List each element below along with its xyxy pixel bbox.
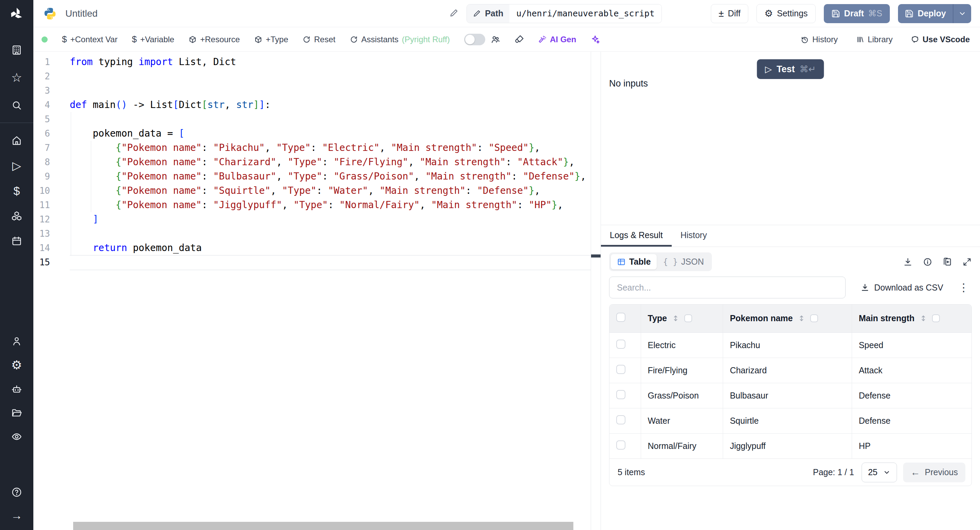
format-code-button[interactable] [514, 35, 524, 44]
row-checkbox[interactable] [616, 415, 625, 425]
table-cell: Defense [852, 408, 972, 433]
code-line[interactable] [70, 255, 591, 270]
column-option-box[interactable] [684, 314, 692, 322]
code-line[interactable]: return pokemon_data [70, 241, 591, 255]
view-table-button[interactable]: Table [611, 254, 657, 270]
sort-icon[interactable] [798, 314, 805, 322]
row-checkbox[interactable] [616, 390, 625, 399]
assistants-button[interactable]: Assistants (Pyright Ruff) [350, 35, 450, 44]
diff-button[interactable]: ± Diff [711, 4, 748, 23]
workers-robot-icon[interactable] [11, 383, 22, 395]
runs-play-icon[interactable]: ▷ [11, 160, 22, 171]
code-editor[interactable]: 123456789101112131415 from typing import… [33, 52, 591, 530]
code-line[interactable]: {"Pokemon name": "Jigglypuff", "Type": "… [70, 198, 591, 212]
home-icon[interactable] [11, 134, 22, 146]
horizontal-scrollbar[interactable] [73, 522, 573, 530]
column-header[interactable]: Type [641, 305, 723, 332]
code-line[interactable]: {"Pokemon name": "Charizard", "Type": "F… [70, 155, 591, 169]
panel-resize-handle[interactable] [591, 254, 601, 257]
use-vscode-button[interactable]: Use VScode [911, 35, 970, 44]
column-option-box[interactable] [810, 314, 818, 322]
result-section: Logs & Result History Table { } JSON [601, 225, 980, 530]
sort-icon[interactable] [920, 314, 927, 322]
folders-icon[interactable] [11, 407, 22, 418]
deploy-split-button: Deploy [898, 4, 971, 23]
chevron-down-icon [883, 469, 891, 476]
audit-eye-icon[interactable] [11, 431, 22, 442]
page-size-select[interactable]: 25 [862, 463, 897, 482]
schedules-calendar-icon[interactable] [11, 235, 22, 247]
multiplayer-toggle[interactable] [464, 34, 485, 45]
test-button[interactable]: ▷ Test ⌘↵ [757, 59, 824, 79]
row-checkbox[interactable] [616, 441, 625, 450]
tab-logs-result[interactable]: Logs & Result [601, 225, 672, 247]
line-number: 13 [33, 227, 70, 241]
result-table: TypePokemon nameMain strength ElectricPi… [609, 305, 972, 458]
code-lines[interactable]: from typing import List, Dictdef main() … [70, 52, 591, 530]
add-type-button[interactable]: +Type [254, 35, 288, 44]
column-option-box[interactable] [932, 314, 940, 322]
code-line[interactable]: def main() -> List[Dict[str, str]]: [70, 98, 591, 112]
settings-button[interactable]: ⚙ Settings [756, 4, 815, 23]
settings-gear-icon[interactable]: ⚙ [11, 359, 22, 371]
inputs-section: ▷ Test ⌘↵ No inputs [601, 52, 980, 225]
table-cell: Squirtle [723, 408, 852, 433]
view-json-button[interactable]: { } JSON [657, 254, 710, 270]
add-context-var-button[interactable]: $ +Context Var [62, 34, 118, 45]
library-books-icon [856, 35, 864, 44]
tab-history[interactable]: History [672, 225, 716, 247]
column-header[interactable]: Pokemon name [723, 305, 852, 332]
add-resource-button[interactable]: +Resource [189, 35, 240, 44]
info-icon[interactable] [923, 257, 932, 267]
code-line[interactable]: {"Pokemon name": "Pikachu", "Type": "Ele… [70, 140, 591, 155]
sort-icon[interactable] [672, 314, 679, 322]
code-line[interactable]: ] [70, 212, 591, 227]
reset-button[interactable]: Reset [302, 35, 336, 44]
user-icon[interactable] [11, 335, 22, 347]
code-line[interactable] [70, 69, 591, 83]
windmill-logo-icon[interactable] [9, 6, 24, 22]
select-all-checkbox[interactable] [616, 313, 625, 322]
arrow-left-icon: ← [911, 467, 920, 478]
row-checkbox[interactable] [616, 365, 625, 374]
favorites-star-icon[interactable]: ☆ [11, 72, 22, 83]
sidebar-icon-list: ☆ ▷ $ [0, 22, 33, 530]
edit-title-pencil-icon[interactable] [450, 8, 458, 19]
help-icon[interactable] [11, 486, 22, 498]
copy-result-icon[interactable] [943, 257, 952, 267]
library-button[interactable]: Library [856, 35, 892, 44]
search-input[interactable] [609, 276, 846, 299]
draft-button[interactable]: Draft ⌘S [824, 4, 890, 23]
download-icon[interactable] [903, 257, 913, 267]
download-csv-button[interactable]: Download as CSV [861, 283, 943, 292]
variables-dollar-icon[interactable]: $ [11, 185, 22, 196]
sidebar: ☆ ▷ $ [0, 0, 33, 530]
workspace-building-icon[interactable] [11, 44, 22, 56]
search-icon[interactable] [11, 99, 22, 111]
collapse-arrow-icon[interactable]: → [11, 509, 22, 521]
history-button[interactable]: History [801, 35, 838, 44]
code-line[interactable]: pokemon_data = [ [70, 126, 591, 140]
expand-icon[interactable] [962, 257, 972, 267]
code-line[interactable]: from typing import List, Dict [70, 55, 591, 69]
resources-boxes-icon[interactable] [11, 210, 22, 222]
add-variable-button[interactable]: $ +Variable [132, 34, 174, 45]
code-line[interactable]: {"Pokemon name": "Squirtle", "Type": "Wa… [70, 184, 591, 198]
ai-gen-button[interactable]: AI Gen [538, 35, 576, 44]
path-button[interactable]: Path u/henri/maneuverable_script [466, 4, 662, 23]
code-line[interactable] [70, 112, 591, 126]
previous-page-button[interactable]: ← Previous [903, 463, 966, 482]
package-icon [254, 35, 262, 44]
row-checkbox[interactable] [616, 340, 625, 349]
ai-sparkles-button[interactable] [590, 35, 600, 44]
code-line[interactable] [70, 227, 591, 241]
table-cell: Bulbasaur [723, 383, 852, 408]
table-cell: Normal/Fairy [641, 433, 723, 458]
deploy-button[interactable]: Deploy [898, 4, 953, 23]
more-options-kebab-icon[interactable]: ⋮ [956, 281, 972, 294]
deploy-dropdown-button[interactable] [953, 4, 971, 23]
table-cell: Pikachu [723, 332, 852, 358]
code-line[interactable] [70, 83, 591, 98]
code-line[interactable]: {"Pokemon name": "Bulbasaur", "Type": "G… [70, 169, 591, 184]
column-header[interactable]: Main strength [852, 305, 972, 332]
